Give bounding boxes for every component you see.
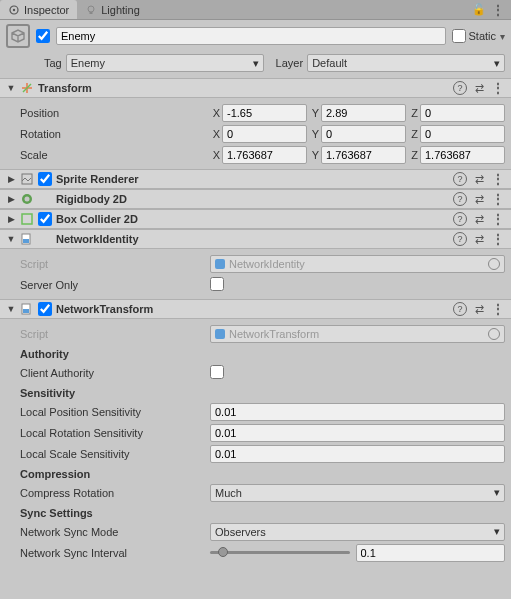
gameobject-active-checkbox[interactable] (36, 29, 50, 43)
chevron-down-icon: ▾ (494, 486, 500, 499)
chevron-down-icon: ▾ (253, 57, 259, 70)
transform-body: Position X Y Z Rotation X Y Z Scale X Y … (0, 98, 511, 169)
foldout-rigidbody[interactable]: ▶ (6, 194, 16, 204)
layer-dropdown[interactable]: Default ▾ (307, 54, 505, 72)
tag-label: Tag (44, 57, 62, 69)
scale-x-input[interactable] (222, 146, 307, 164)
tab-bar: Inspector Lighting 🔓 ⋮ (0, 0, 511, 20)
context-menu-icon[interactable]: ⋮ (492, 232, 505, 246)
help-icon[interactable]: ? (453, 232, 467, 246)
static-checkbox[interactable] (452, 29, 466, 43)
networkidentity-header: ▼ NetworkIdentity ?⇄⋮ (0, 229, 511, 249)
context-menu-icon[interactable]: ⋮ (492, 212, 505, 226)
preset-icon[interactable]: ⇄ (475, 233, 484, 246)
scale-y-input[interactable] (321, 146, 406, 164)
layer-value: Default (312, 57, 347, 69)
lighting-icon (85, 4, 97, 16)
transform-header: ▼ Transform ? ⇄ ⋮ (0, 78, 511, 98)
preset-icon[interactable]: ⇄ (475, 82, 484, 95)
context-menu-icon[interactable]: ⋮ (492, 81, 505, 95)
svg-rect-3 (90, 12, 93, 14)
gameobject-icon[interactable] (6, 24, 30, 48)
svg-point-6 (25, 197, 30, 202)
sprite-renderer-header: ▶ Sprite Renderer ?⇄⋮ (0, 169, 511, 189)
boxcollider-enabled-checkbox[interactable] (38, 212, 52, 226)
networktransform-header: ▼ NetworkTransform ?⇄⋮ (0, 299, 511, 319)
boxcollider-title: Box Collider 2D (56, 213, 449, 225)
sprite-enabled-checkbox[interactable] (38, 172, 52, 186)
netid-script-field: NetworkIdentity (210, 255, 505, 273)
help-icon[interactable]: ? (453, 81, 467, 95)
networkidentity-body: Script NetworkIdentity Server Only (0, 249, 511, 299)
tab-lighting[interactable]: Lighting (77, 0, 148, 19)
client-authority-checkbox[interactable] (210, 365, 224, 379)
context-menu-icon[interactable]: ⋮ (492, 192, 505, 206)
local-scale-sens-input[interactable] (210, 445, 505, 463)
help-icon[interactable]: ? (453, 302, 467, 316)
local-rot-sens-input[interactable] (210, 424, 505, 442)
tab-inspector[interactable]: Inspector (0, 0, 77, 19)
axis-z: Z (408, 107, 418, 119)
sync-interval-slider[interactable] (210, 551, 350, 554)
panel-menu-icon[interactable]: ⋮ (492, 3, 505, 17)
transform-icon (20, 81, 34, 95)
gameobject-name-input[interactable] (56, 27, 446, 45)
foldout-netid[interactable]: ▼ (6, 234, 16, 244)
authority-heading: Authority (0, 344, 511, 362)
tab-label-inspector: Inspector (24, 4, 69, 16)
preset-icon[interactable]: ⇄ (475, 213, 484, 226)
foldout-nettransform[interactable]: ▼ (6, 304, 16, 314)
rotation-z-input[interactable] (420, 125, 505, 143)
object-picker-icon[interactable] (488, 328, 500, 340)
sync-mode-dropdown[interactable]: Observers ▾ (210, 523, 505, 541)
local-scale-sens-label: Local Scale Sensitivity (6, 448, 206, 460)
foldout-boxcollider[interactable]: ▶ (6, 214, 16, 224)
position-z-input[interactable] (420, 104, 505, 122)
preset-icon[interactable]: ⇄ (475, 303, 484, 316)
preset-icon[interactable]: ⇄ (475, 173, 484, 186)
tag-value: Enemy (71, 57, 105, 69)
server-only-checkbox[interactable] (210, 277, 224, 291)
foldout-transform[interactable]: ▼ (6, 83, 16, 93)
tag-dropdown[interactable]: Enemy ▾ (66, 54, 264, 72)
object-picker-icon[interactable] (488, 258, 500, 270)
rotation-label: Rotation (6, 128, 206, 140)
preset-icon[interactable]: ⇄ (475, 193, 484, 206)
axis-y: Y (309, 128, 319, 140)
nettransform-enabled-checkbox[interactable] (38, 302, 52, 316)
position-y-input[interactable] (321, 104, 406, 122)
panel-lock-icon[interactable]: 🔓 (472, 3, 486, 17)
nt-script-label: Script (6, 328, 206, 340)
svg-point-2 (88, 6, 94, 12)
axis-x: X (210, 128, 220, 140)
svg-rect-7 (22, 214, 32, 224)
script-icon (20, 232, 34, 246)
scale-label: Scale (6, 149, 206, 161)
context-menu-icon[interactable]: ⋮ (492, 172, 505, 186)
sync-interval-label: Network Sync Interval (6, 547, 206, 559)
sync-interval-input[interactable] (356, 544, 506, 562)
axis-x: X (210, 107, 220, 119)
compress-rot-dropdown[interactable]: Much ▾ (210, 484, 505, 502)
local-rot-sens-label: Local Rotation Sensitivity (6, 427, 206, 439)
static-dropdown-icon[interactable] (498, 30, 505, 42)
local-pos-sens-input[interactable] (210, 403, 505, 421)
rotation-y-input[interactable] (321, 125, 406, 143)
help-icon[interactable]: ? (453, 172, 467, 186)
foldout-sprite[interactable]: ▶ (6, 174, 16, 184)
position-x-input[interactable] (222, 104, 307, 122)
context-menu-icon[interactable]: ⋮ (492, 302, 505, 316)
boxcollider-icon (20, 212, 34, 226)
compress-rot-label: Compress Rotation (6, 487, 206, 499)
position-label: Position (6, 107, 206, 119)
help-icon[interactable]: ? (453, 192, 467, 206)
script-asset-icon (215, 329, 225, 339)
transform-title: Transform (38, 82, 449, 94)
sprite-icon (20, 172, 34, 186)
scale-z-input[interactable] (420, 146, 505, 164)
rigidbody2d-header: ▶ Rigidbody 2D ?⇄⋮ (0, 189, 511, 209)
rotation-x-input[interactable] (222, 125, 307, 143)
script-asset-icon (215, 259, 225, 269)
slider-thumb[interactable] (218, 547, 228, 557)
help-icon[interactable]: ? (453, 212, 467, 226)
